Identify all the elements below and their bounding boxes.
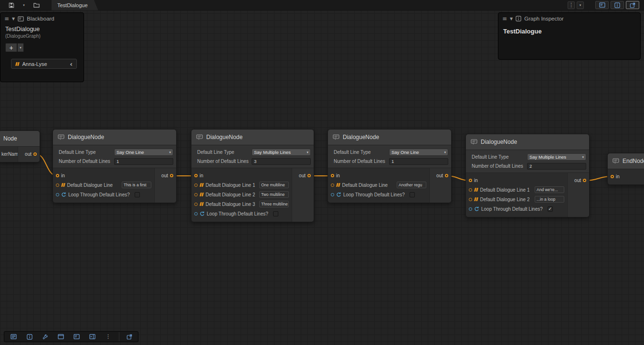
collapse-caret-icon[interactable]: ▼ bbox=[12, 17, 15, 21]
dialogue3-node[interactable]: DialogueNodeDefault Line TypeSay One Lin… bbox=[327, 129, 452, 203]
info-icon bbox=[516, 16, 521, 22]
number-of-default-lines-field[interactable]: 3 bbox=[252, 158, 311, 165]
default-line-type-dropdown[interactable]: Say Multiple Lines▾ bbox=[252, 149, 311, 156]
loop-checkbox[interactable] bbox=[273, 211, 278, 216]
in-port[interactable] bbox=[611, 175, 614, 178]
inspector-panel-button[interactable] bbox=[22, 332, 37, 341]
hamburger-icon[interactable]: ≡ bbox=[502, 16, 507, 22]
dialogue-line-field[interactable]: This is a first bbox=[122, 182, 151, 188]
property-label: Number of Default Lines bbox=[331, 159, 389, 164]
dialogue-line-field[interactable]: And we're... bbox=[535, 186, 564, 193]
hamburger-icon[interactable]: ≡ bbox=[4, 16, 9, 22]
dialogue-line-port[interactable] bbox=[56, 183, 59, 187]
loop-port[interactable] bbox=[56, 193, 59, 196]
open-asset-button[interactable] bbox=[32, 1, 41, 10]
property-label: Default Line Type bbox=[331, 150, 389, 155]
loop-checkbox[interactable] bbox=[410, 192, 415, 197]
property-label: Number of Default Lines bbox=[56, 159, 114, 164]
overflow-dropdown-button[interactable]: ▾ bbox=[577, 1, 584, 9]
save-button[interactable] bbox=[7, 1, 16, 10]
loop-checkbox[interactable]: ✓ bbox=[548, 206, 553, 212]
out-port-label: out bbox=[161, 173, 168, 178]
dialogue-line-field[interactable]: Another regu bbox=[397, 182, 426, 188]
node-title-bar[interactable]: EndNode bbox=[608, 153, 644, 169]
quote-icon bbox=[474, 197, 478, 201]
dialogue-line-port[interactable] bbox=[194, 183, 198, 187]
number-of-default-lines-field[interactable]: 2 bbox=[527, 163, 586, 170]
dialogue-line-label: Default Dialogue Line bbox=[342, 183, 388, 188]
save-dropdown-button[interactable]: ▾ bbox=[19, 1, 29, 10]
dialogue1-node[interactable]: DialogueNodeDefault Line TypeSay One Lin… bbox=[53, 129, 177, 203]
dialogue2-node[interactable]: DialogueNodeDefault Line TypeSay Multipl… bbox=[191, 129, 314, 222]
external-icon bbox=[630, 2, 635, 8]
default-line-type-dropdown[interactable]: Say Multiple Lines▾ bbox=[527, 153, 586, 161]
dialogue-line-field[interactable]: One multiline bbox=[259, 182, 289, 188]
node-title-bar[interactable]: Node bbox=[0, 131, 40, 147]
out-port[interactable] bbox=[445, 174, 448, 177]
dialogue-line-field[interactable]: ...in a loop bbox=[535, 196, 564, 203]
graph-tab[interactable]: TestDialogue bbox=[52, 0, 98, 11]
in-port[interactable] bbox=[194, 174, 198, 177]
toggle-inspector-button[interactable] bbox=[611, 1, 624, 9]
dialogue-line-field[interactable]: Two multiline bbox=[259, 191, 289, 198]
console-button[interactable] bbox=[6, 332, 21, 341]
blackboard-field-anna-lyse[interactable]: Anna-Lyse ‹ bbox=[11, 59, 77, 69]
out-port[interactable] bbox=[33, 152, 37, 156]
node-title-bar[interactable]: DialogueNode bbox=[328, 129, 451, 145]
blackboard-panel-button[interactable] bbox=[69, 332, 84, 341]
node-type-icon bbox=[471, 139, 477, 145]
loop-checkbox[interactable] bbox=[135, 192, 140, 197]
speaker-node[interactable]: NodekerNameout bbox=[0, 130, 40, 162]
in-port[interactable] bbox=[331, 174, 334, 177]
blackboard-icon bbox=[599, 2, 605, 8]
dialogue-line-port[interactable] bbox=[194, 193, 198, 196]
chevron-down-icon: ▾ bbox=[169, 151, 171, 154]
node-title-bar[interactable]: DialogueNode bbox=[466, 134, 589, 150]
number-of-default-lines-field[interactable]: 1 bbox=[114, 158, 173, 165]
tools-button[interactable] bbox=[38, 332, 53, 341]
dialogue-line-field[interactable]: Three multiline bbox=[259, 201, 289, 207]
chevron-down-icon: ▾ bbox=[444, 151, 446, 154]
end-node[interactable]: EndNodein bbox=[607, 153, 644, 185]
dialogue-line-port[interactable] bbox=[469, 188, 472, 192]
inspector-header[interactable]: ≡ ▼ Graph Inspector bbox=[498, 13, 640, 23]
out-port[interactable] bbox=[583, 179, 586, 182]
loop-label: Loop Through Default Lines? bbox=[343, 192, 405, 197]
field-expand-chevron-icon[interactable]: ‹ bbox=[70, 61, 73, 67]
node-title-bar[interactable]: DialogueNode bbox=[53, 129, 176, 145]
panel-icon bbox=[89, 334, 95, 339]
add-field-dropdown[interactable]: ▾ bbox=[18, 43, 24, 52]
dialogue-line-port[interactable] bbox=[469, 198, 472, 201]
node-title-bar[interactable]: DialogueNode bbox=[191, 129, 314, 145]
more-button[interactable]: ⋮ bbox=[101, 332, 116, 341]
window-button[interactable] bbox=[53, 332, 68, 341]
out-port[interactable] bbox=[170, 174, 173, 177]
loop-port[interactable] bbox=[331, 193, 334, 196]
in-port[interactable] bbox=[469, 179, 472, 182]
out-port-label: out bbox=[25, 151, 32, 157]
in-port-label: in bbox=[200, 173, 203, 178]
in-port[interactable] bbox=[56, 174, 59, 177]
default-line-type-dropdown[interactable]: Say One Line▾ bbox=[114, 149, 173, 156]
dialogue-graph-editor: NodekerNameoutDialogueNodeDefault Line T… bbox=[0, 0, 644, 345]
collapse-caret-icon[interactable]: ▼ bbox=[510, 17, 513, 21]
loop-port[interactable] bbox=[469, 207, 472, 211]
dialogue-line-port[interactable] bbox=[331, 183, 334, 187]
inspector-title: Graph Inspector bbox=[524, 16, 563, 22]
preview-panel-button[interactable] bbox=[85, 332, 100, 341]
toggle-blackboard-button[interactable] bbox=[595, 1, 609, 9]
loop-port[interactable] bbox=[194, 212, 198, 216]
overflow-menu-button[interactable]: ⋮ bbox=[568, 1, 575, 9]
default-line-type-dropdown[interactable]: Say One Line▾ bbox=[389, 149, 448, 156]
blackboard-header[interactable]: ≡ ▼ Blackboard bbox=[0, 13, 84, 23]
info-square-icon bbox=[614, 2, 620, 8]
out-port[interactable] bbox=[307, 174, 311, 177]
number-of-default-lines-field[interactable]: 1 bbox=[389, 158, 448, 165]
dialogue-line-port[interactable] bbox=[194, 203, 198, 206]
in-port-label: in bbox=[474, 178, 478, 183]
dialogue4-node[interactable]: DialogueNodeDefault Line TypeSay Multipl… bbox=[465, 134, 590, 217]
add-field-button[interactable]: + bbox=[5, 43, 17, 52]
blackboard-panel: ≡ ▼ Blackboard TestDialogue (DialogueGra… bbox=[0, 12, 84, 82]
toggle-preview-button[interactable] bbox=[626, 1, 639, 9]
open-editor-button[interactable] bbox=[119, 332, 136, 341]
